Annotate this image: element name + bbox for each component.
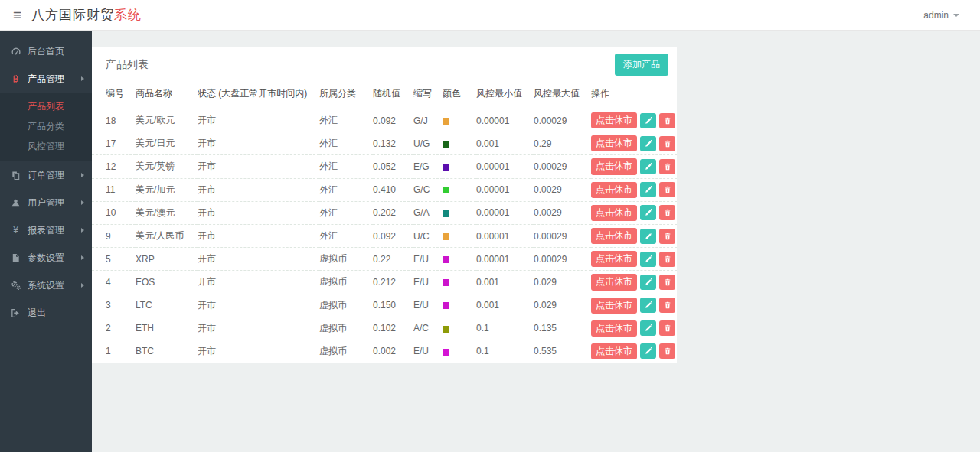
cell-product-name: 美元/日元 — [136, 132, 198, 155]
close-market-button[interactable]: 点击休市 — [591, 228, 637, 244]
close-market-button[interactable]: 点击休市 — [591, 274, 637, 290]
sidebar-item-label: 退出 — [28, 307, 46, 320]
edit-button[interactable] — [640, 298, 656, 313]
orders-icon — [10, 170, 21, 181]
sidebar-item-parameter-settings[interactable]: 参数设置 — [0, 244, 92, 272]
edit-button[interactable] — [640, 275, 656, 290]
brand-main: 八方国际财贸 — [31, 8, 114, 22]
trash-icon — [664, 163, 671, 171]
edit-button[interactable] — [640, 113, 656, 128]
hamburger-menu-icon[interactable]: ≡ — [13, 8, 21, 22]
cell-risk-min: 0.001 — [476, 132, 534, 155]
submenu-item-product-list[interactable]: 产品列表 — [0, 96, 92, 116]
close-market-button[interactable]: 点击休市 — [591, 298, 637, 314]
cell-random-value: 0.202 — [373, 201, 413, 224]
table-row: 12 美元/英镑 开市 外汇 0.052 E/G 0.00001 0.00029… — [92, 155, 677, 178]
trash-icon — [664, 117, 671, 125]
delete-button[interactable] — [659, 320, 675, 336]
user-name: admin — [923, 10, 949, 21]
sidebar-item-report-management[interactable]: ¥ 报表管理 — [0, 216, 92, 244]
edit-button[interactable] — [640, 182, 656, 197]
sidebar-item-dashboard[interactable]: 后台首页 — [0, 37, 92, 65]
edit-button[interactable] — [640, 229, 656, 244]
delete-button[interactable] — [659, 229, 675, 244]
cell-risk-min: 0.1 — [476, 340, 534, 363]
sidebar-item-label: 后台首页 — [28, 45, 64, 58]
close-market-button[interactable]: 点击休市 — [591, 251, 637, 267]
pencil-icon — [645, 324, 652, 332]
edit-button[interactable] — [640, 252, 656, 267]
delete-button[interactable] — [659, 343, 675, 359]
edit-button[interactable] — [640, 320, 656, 336]
sidebar-item-user-management[interactable]: 用户管理 — [0, 189, 92, 216]
color-swatch — [443, 256, 449, 263]
chevron-right-icon — [81, 228, 84, 233]
pencil-icon — [645, 163, 652, 171]
main-content: 产品列表 添加产品 编号 商品名称 状态 (大盘正常开市时间内) 所属分类 随机… — [92, 31, 980, 452]
users-icon — [10, 197, 21, 209]
cell-random-value: 0.212 — [373, 271, 413, 294]
delete-button[interactable] — [659, 252, 675, 267]
product-table-body: 18 美元/欧元 开市 外汇 0.092 G/J 0.00001 0.00029… — [92, 109, 677, 363]
cell-random-value: 0.002 — [373, 340, 413, 363]
trash-icon — [664, 347, 671, 355]
delete-button[interactable] — [659, 205, 675, 220]
close-market-button[interactable]: 点击休市 — [591, 112, 637, 128]
gear-icon — [10, 280, 21, 291]
delete-button[interactable] — [659, 113, 675, 128]
sidebar-item-label: 系统设置 — [28, 279, 64, 292]
delete-button[interactable] — [659, 298, 675, 313]
close-market-button[interactable]: 点击休市 — [591, 320, 637, 337]
sidebar-item-order-management[interactable]: 订单管理 — [0, 161, 92, 189]
cell-status: 开市 — [198, 109, 319, 132]
cell-category: 虚拟币 — [319, 294, 373, 317]
cell-risk-max: 0.00029 — [534, 248, 591, 271]
cell-id: 2 — [92, 317, 136, 340]
sidebar-item-system-settings[interactable]: 系统设置 — [0, 272, 92, 299]
bitcoin-icon — [10, 73, 21, 85]
cell-risk-min: 0.00001 — [476, 248, 534, 271]
delete-button[interactable] — [659, 159, 675, 174]
cell-random-value: 0.102 — [373, 317, 413, 340]
pencil-icon — [645, 278, 652, 286]
close-market-button[interactable]: 点击休市 — [591, 158, 637, 174]
cell-color — [443, 132, 476, 155]
edit-button[interactable] — [640, 136, 656, 151]
add-product-button[interactable]: 添加产品 — [615, 54, 668, 76]
close-market-button[interactable]: 点击休市 — [591, 343, 637, 359]
delete-button[interactable] — [659, 275, 675, 290]
params-icon — [10, 252, 21, 264]
col-header-category: 所属分类 — [319, 78, 373, 109]
cell-risk-max: 0.029 — [534, 294, 591, 317]
delete-button[interactable] — [659, 182, 675, 197]
col-header-id: 编号 — [92, 78, 136, 109]
edit-button[interactable] — [640, 205, 656, 220]
sidebar-item-label: 报表管理 — [28, 224, 64, 237]
edit-button[interactable] — [640, 343, 656, 359]
cell-product-name: EOS — [136, 271, 198, 294]
delete-button[interactable] — [659, 136, 675, 151]
cell-status: 开市 — [198, 340, 319, 363]
edit-button[interactable] — [640, 159, 656, 174]
submenu-item-risk-management[interactable]: 风控管理 — [0, 136, 92, 156]
trash-icon — [664, 140, 671, 148]
sidebar-item-product-management[interactable]: 产品管理 — [0, 65, 92, 93]
cell-color — [443, 109, 476, 132]
submenu-item-product-category[interactable]: 产品分类 — [0, 116, 92, 136]
color-swatch — [443, 210, 449, 217]
cell-risk-max: 0.00029 — [534, 224, 591, 247]
close-market-button[interactable]: 点击休市 — [591, 205, 637, 221]
trash-icon — [664, 186, 671, 193]
logout-icon — [10, 307, 21, 319]
cell-risk-min: 0.1 — [476, 317, 534, 340]
color-swatch — [443, 349, 449, 356]
sidebar-item-logout[interactable]: 退出 — [0, 299, 92, 327]
cell-actions: 点击休市 — [591, 271, 677, 294]
product-submenu: 产品列表 产品分类 风控管理 — [0, 93, 92, 161]
cell-abbr: E/U — [413, 340, 443, 363]
trash-icon — [664, 301, 671, 309]
close-market-button[interactable]: 点击休市 — [591, 182, 637, 198]
cell-category: 虚拟币 — [319, 317, 373, 340]
close-market-button[interactable]: 点击休市 — [591, 135, 637, 151]
user-dropdown[interactable]: admin — [923, 10, 959, 21]
